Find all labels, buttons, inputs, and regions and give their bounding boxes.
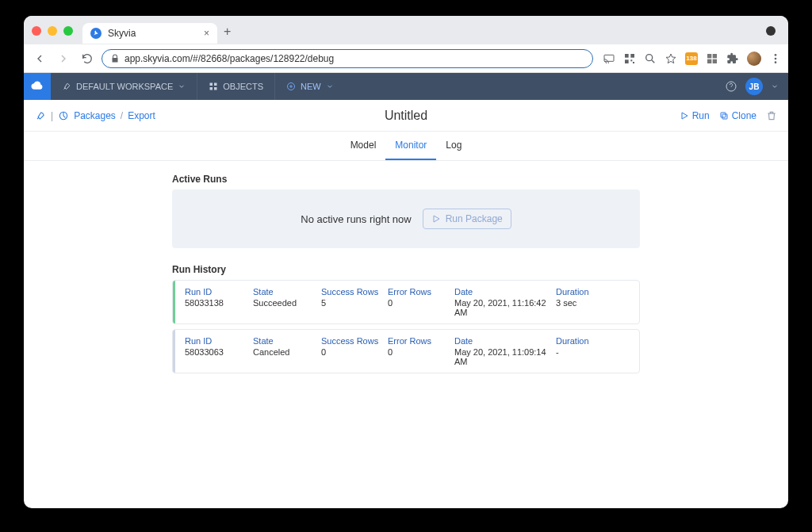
breadcrumb-packages[interactable]: Packages <box>74 110 116 121</box>
user-avatar[interactable]: JB <box>745 78 763 95</box>
favicon-icon <box>90 28 102 39</box>
svg-point-13 <box>775 57 777 59</box>
play-icon <box>680 111 689 121</box>
svg-rect-9 <box>713 54 717 58</box>
browser-toolbar: app.skyvia.com/#/82668/packages/128922/d… <box>24 44 788 73</box>
maximize-window-button[interactable] <box>63 26 73 36</box>
profile-avatar[interactable] <box>747 52 761 66</box>
address-bar[interactable]: app.skyvia.com/#/82668/packages/128922/d… <box>102 49 593 68</box>
success-rows-value: 5 <box>321 298 388 308</box>
cast-icon[interactable] <box>603 52 615 65</box>
new-tab-button[interactable]: + <box>224 25 231 42</box>
plus-circle-icon <box>286 82 296 91</box>
trash-icon <box>766 110 777 121</box>
quick-access-icon[interactable] <box>35 110 46 121</box>
rocket-icon <box>62 82 71 91</box>
run-history-list: Run ID58033138 StateSucceeded Success Ro… <box>172 280 640 373</box>
app-header: DEFAULT WORKSPACE OBJECTS NEW JB <box>24 73 788 100</box>
success-rows-value: 0 <box>321 347 388 357</box>
svg-rect-6 <box>633 62 634 63</box>
run-button[interactable]: Run <box>680 110 710 121</box>
run-id-value: 58033063 <box>185 347 253 357</box>
svg-point-12 <box>775 54 777 56</box>
ext-calendar-icon[interactable]: 138 <box>685 52 698 65</box>
objects-button[interactable]: OBJECTS <box>197 73 275 100</box>
svg-rect-3 <box>630 54 634 58</box>
col-label-runid: Run ID <box>185 287 253 297</box>
back-button[interactable] <box>30 49 49 68</box>
svg-rect-18 <box>214 87 217 90</box>
run-history-row[interactable]: Run ID58033138 StateSucceeded Success Ro… <box>172 280 640 324</box>
svg-point-7 <box>646 54 653 60</box>
error-rows-value: 0 <box>388 298 454 308</box>
col-label-duration: Duration <box>556 287 630 297</box>
menu-icon[interactable] <box>769 52 782 65</box>
page-title: Untitled <box>385 109 427 123</box>
new-button[interactable]: NEW <box>275 73 345 100</box>
app-logo[interactable] <box>24 73 51 100</box>
svg-rect-10 <box>707 59 711 63</box>
breadcrumb: | Packages / Export <box>35 110 155 121</box>
qr-icon[interactable] <box>623 52 636 65</box>
active-runs-panel: No active runs right now Run Package <box>172 189 640 248</box>
col-label-duration: Duration <box>556 336 630 346</box>
browser-tab[interactable]: Skyvia × <box>82 23 217 44</box>
col-label-state: State <box>253 336 321 346</box>
run-package-button[interactable]: Run Package <box>423 209 511 229</box>
chevron-down-icon <box>178 82 186 90</box>
col-label-date: Date <box>454 287 556 297</box>
svg-rect-16 <box>214 83 217 86</box>
breadcrumb-export[interactable]: Export <box>128 110 155 121</box>
date-value: May 20, 2021, 11:16:42 AM <box>454 298 556 317</box>
svg-rect-22 <box>722 114 727 119</box>
col-label-date: Date <box>454 336 556 346</box>
clone-button[interactable]: Clone <box>719 110 756 121</box>
grid-icon <box>209 82 218 91</box>
svg-rect-15 <box>210 83 213 86</box>
browser-tab-bar: Skyvia × + <box>24 16 788 44</box>
svg-point-14 <box>775 61 777 63</box>
close-tab-icon[interactable]: × <box>204 28 209 39</box>
svg-point-0 <box>766 26 776 36</box>
tab-log[interactable]: Log <box>436 132 471 160</box>
svg-rect-17 <box>210 87 213 90</box>
chevron-down-icon[interactable] <box>771 82 779 90</box>
sub-header: | Packages / Export Untitled Run Clone <box>24 100 788 132</box>
svg-rect-1 <box>604 55 614 61</box>
tab-monitor[interactable]: Monitor <box>385 132 436 160</box>
state-value: Succeeded <box>253 298 321 308</box>
workspace-selector[interactable]: DEFAULT WORKSPACE <box>51 73 197 100</box>
folder-icon[interactable] <box>58 110 69 121</box>
col-label-error: Error Rows <box>388 336 454 346</box>
svg-rect-23 <box>721 113 726 117</box>
extensions-icon[interactable] <box>726 52 739 65</box>
ext-grid-icon[interactable] <box>706 52 718 65</box>
help-icon[interactable] <box>725 80 737 93</box>
search-icon[interactable] <box>644 52 657 65</box>
svg-rect-2 <box>625 54 629 58</box>
svg-rect-8 <box>707 54 711 58</box>
error-rows-value: 0 <box>388 347 454 357</box>
play-icon <box>431 214 441 224</box>
delete-button[interactable] <box>766 110 777 121</box>
col-label-error: Error Rows <box>388 287 454 297</box>
star-icon[interactable] <box>665 52 677 65</box>
close-window-button[interactable] <box>32 26 41 36</box>
minimize-window-button[interactable] <box>48 26 57 36</box>
run-history-title: Run History <box>172 264 640 275</box>
chevron-down-icon[interactable] <box>764 25 777 37</box>
col-label-state: State <box>253 287 321 297</box>
lock-icon <box>110 54 120 63</box>
tab-model[interactable]: Model <box>341 132 386 160</box>
forward-button[interactable] <box>54 49 73 68</box>
reload-button[interactable] <box>78 49 97 68</box>
duration-value: - <box>556 347 630 357</box>
date-value: May 20, 2021, 11:09:14 AM <box>454 347 556 366</box>
run-history-row[interactable]: Run ID58033063 StateCanceled Success Row… <box>172 329 640 373</box>
svg-rect-11 <box>713 59 717 63</box>
col-label-success: Success Rows <box>321 336 388 346</box>
url-text: app.skyvia.com/#/82668/packages/128922/d… <box>124 53 334 64</box>
col-label-success: Success Rows <box>321 287 388 297</box>
window-controls <box>32 26 73 36</box>
duration-value: 3 sec <box>556 298 630 308</box>
